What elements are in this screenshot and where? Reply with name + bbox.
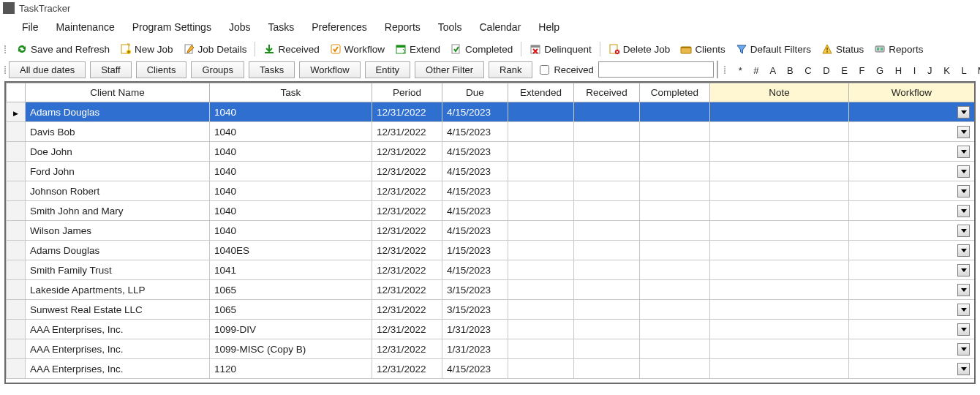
cell-received[interactable]	[574, 260, 640, 280]
cell-task[interactable]: 1040	[210, 142, 372, 162]
filter-rank[interactable]: Rank	[489, 61, 532, 78]
workflow-dropdown-button[interactable]	[957, 343, 970, 356]
due-dates-filter[interactable]: All due dates	[9, 61, 86, 78]
cell-workflow[interactable]	[849, 260, 975, 280]
cell-period[interactable]: 12/31/2022	[372, 359, 442, 379]
cell-received[interactable]	[574, 142, 640, 162]
cell-period[interactable]: 12/31/2022	[372, 300, 442, 320]
cell-workflow[interactable]	[849, 102, 975, 122]
cell-client[interactable]: Wilson James	[26, 221, 210, 241]
cell-task[interactable]: 1040	[210, 122, 372, 142]
cell-due[interactable]: 4/15/2023	[442, 260, 508, 280]
cell-due[interactable]: 4/15/2023	[442, 162, 508, 181]
workflow-button[interactable]: Workflow	[325, 42, 389, 56]
cell-due[interactable]: 4/15/2023	[442, 181, 508, 201]
cell-period[interactable]: 12/31/2022	[372, 181, 442, 201]
menu-jobs[interactable]: Jobs	[220, 18, 260, 36]
menu-preferences[interactable]: Preferences	[303, 18, 375, 36]
cell-extended[interactable]	[508, 260, 574, 280]
row-indicator[interactable]	[7, 201, 26, 221]
cell-client[interactable]: Doe John	[26, 142, 210, 162]
cell-completed[interactable]	[640, 221, 710, 241]
cell-workflow[interactable]	[849, 162, 975, 181]
completed-button[interactable]: Completed	[446, 42, 517, 56]
cell-extended[interactable]	[508, 122, 574, 142]
row-indicator[interactable]	[7, 221, 26, 241]
col-task[interactable]: Task	[210, 83, 372, 102]
cell-due[interactable]: 4/15/2023	[442, 201, 508, 221]
cell-due[interactable]: 4/15/2023	[442, 122, 508, 142]
cell-extended[interactable]	[508, 102, 574, 122]
search-button[interactable]	[717, 61, 718, 78]
cell-task[interactable]: 1099-MISC (Copy B)	[210, 339, 372, 359]
cell-received[interactable]	[574, 280, 640, 300]
menu-tasks[interactable]: Tasks	[259, 18, 303, 36]
cell-received[interactable]	[574, 359, 640, 379]
workflow-dropdown-button[interactable]	[957, 205, 970, 217]
cell-completed[interactable]	[640, 102, 710, 122]
cell-note[interactable]	[710, 102, 849, 122]
table-row[interactable]: Adams Douglas104012/31/20224/15/2023	[7, 102, 976, 122]
cell-task[interactable]: 1099-DIV	[210, 320, 372, 339]
cell-note[interactable]	[710, 221, 849, 241]
cell-workflow[interactable]	[849, 181, 975, 201]
cell-due[interactable]: 1/31/2023	[442, 320, 508, 339]
cell-client[interactable]: Davis Bob	[26, 122, 210, 142]
new-job-button[interactable]: New Job	[116, 42, 178, 56]
cell-workflow[interactable]	[849, 359, 975, 379]
cell-note[interactable]	[710, 201, 849, 221]
table-row[interactable]: Davis Bob104012/31/20224/15/2023	[7, 122, 976, 142]
cell-task[interactable]: 1040	[210, 201, 372, 221]
cell-client[interactable]: Adams Douglas	[26, 102, 210, 122]
table-row[interactable]: Ford John104012/31/20224/15/2023	[7, 162, 976, 181]
cell-task[interactable]: 1065	[210, 280, 372, 300]
table-row[interactable]: AAA Enterprises, Inc.1099-MISC (Copy B)1…	[7, 339, 976, 359]
cell-period[interactable]: 12/31/2022	[372, 162, 442, 181]
workflow-dropdown-button[interactable]	[957, 304, 970, 316]
row-indicator[interactable]	[7, 260, 26, 280]
cell-client[interactable]: AAA Enterprises, Inc.	[26, 320, 210, 339]
cell-received[interactable]	[574, 201, 640, 221]
row-indicator[interactable]	[7, 241, 26, 260]
cell-workflow[interactable]	[849, 142, 975, 162]
col-period[interactable]: Period	[372, 83, 442, 102]
row-indicator[interactable]	[7, 181, 26, 201]
cell-extended[interactable]	[508, 221, 574, 241]
cell-extended[interactable]	[508, 359, 574, 379]
cell-completed[interactable]	[640, 162, 710, 181]
cell-extended[interactable]	[508, 339, 574, 359]
cell-note[interactable]	[710, 359, 849, 379]
table-row[interactable]: Lakeside Apartments, LLP106512/31/20223/…	[7, 280, 976, 300]
cell-due[interactable]: 3/15/2023	[442, 300, 508, 320]
col-workflow[interactable]: Workflow	[849, 83, 975, 102]
menu-program-settings[interactable]: Program Settings	[124, 18, 220, 36]
col-note[interactable]: Note	[710, 83, 849, 102]
workflow-dropdown-button[interactable]	[957, 244, 970, 257]
cell-extended[interactable]	[508, 320, 574, 339]
cell-task[interactable]: 1040	[210, 181, 372, 201]
cell-due[interactable]: 4/15/2023	[442, 102, 508, 122]
menu-file[interactable]: File	[13, 18, 48, 36]
cell-completed[interactable]	[640, 142, 710, 162]
filter-workflow[interactable]: Workflow	[299, 61, 360, 78]
table-row[interactable]: Johnson Robert104012/31/20224/15/2023	[7, 181, 976, 201]
menu-reports[interactable]: Reports	[376, 18, 429, 36]
cell-received[interactable]	[574, 102, 640, 122]
reports-button[interactable]: Reports	[870, 42, 927, 56]
cell-workflow[interactable]	[849, 241, 975, 260]
table-row[interactable]: Adams Douglas1040ES12/31/20221/15/2023	[7, 241, 976, 260]
col-completed[interactable]: Completed	[640, 83, 710, 102]
filter-entity[interactable]: Entity	[365, 61, 411, 78]
cell-client[interactable]: Johnson Robert	[26, 181, 210, 201]
cell-note[interactable]	[710, 142, 849, 162]
cell-due[interactable]: 4/15/2023	[442, 221, 508, 241]
cell-task[interactable]: 1120	[210, 359, 372, 379]
cell-note[interactable]	[710, 339, 849, 359]
filter-clients[interactable]: Clients	[136, 61, 187, 78]
menu-maintenance[interactable]: Maintenance	[48, 18, 124, 36]
cell-period[interactable]: 12/31/2022	[372, 339, 442, 359]
row-indicator[interactable]	[7, 280, 26, 300]
cell-period[interactable]: 12/31/2022	[372, 280, 442, 300]
row-indicator[interactable]	[7, 359, 26, 379]
workflow-dropdown-button[interactable]	[957, 126, 970, 138]
